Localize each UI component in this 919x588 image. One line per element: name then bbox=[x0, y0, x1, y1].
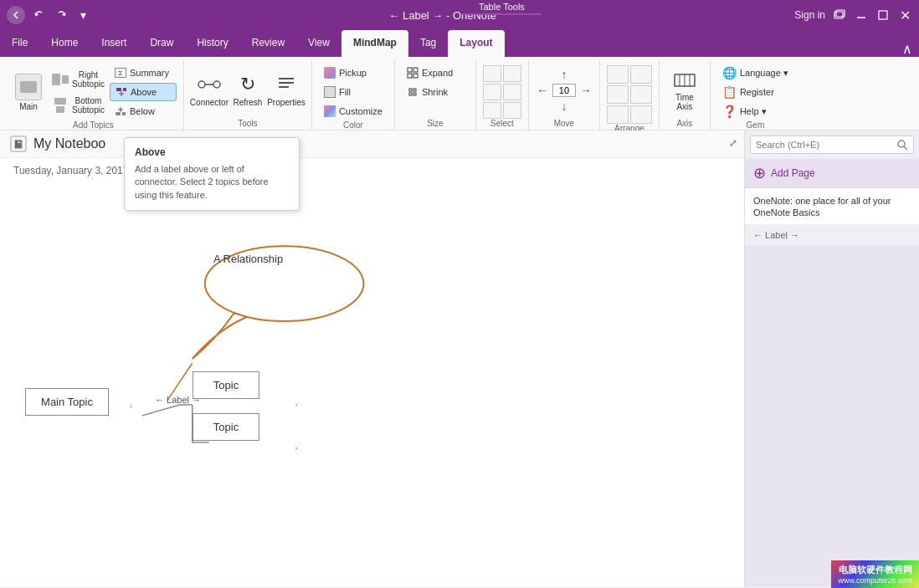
tab-home[interactable]: Home bbox=[39, 30, 90, 57]
topic-node-2[interactable]: Topic bbox=[193, 413, 259, 441]
arrange-grid bbox=[607, 64, 652, 124]
tab-layout[interactable]: Layout bbox=[448, 30, 504, 57]
above-icon bbox=[116, 87, 127, 97]
svg-rect-24 bbox=[409, 93, 412, 95]
connector-icon bbox=[196, 71, 223, 98]
svg-rect-19 bbox=[413, 68, 418, 72]
select-btn-5[interactable] bbox=[483, 102, 501, 119]
minimize-button[interactable] bbox=[854, 8, 869, 23]
main-icon-shape bbox=[20, 81, 37, 93]
expand-icon bbox=[407, 67, 418, 79]
arrange-btn-3[interactable] bbox=[607, 85, 629, 104]
help-button[interactable]: ❓ Help ▾ bbox=[717, 102, 793, 120]
move-down-button[interactable]: ↓ bbox=[560, 99, 567, 114]
color-buttons-column: Pickup Fill Customize bbox=[319, 64, 388, 120]
bubble-text: A Relationship bbox=[213, 253, 283, 265]
tab-draw[interactable]: Draw bbox=[138, 30, 185, 57]
refresh-button[interactable]: ↻ Refresh bbox=[229, 64, 266, 114]
canvas-area[interactable]: · · · · · · › › ‹ A Relationship ← Label… bbox=[0, 183, 744, 501]
sidebar-page-title: OneNote: one place for all of your bbox=[753, 195, 911, 207]
sidebar-label-item[interactable]: ← Label → bbox=[745, 225, 919, 245]
main-button[interactable]: Main bbox=[10, 67, 47, 117]
search-input[interactable] bbox=[756, 140, 896, 150]
svg-rect-21 bbox=[413, 74, 418, 78]
quick-access-button[interactable]: ▾ bbox=[75, 8, 90, 23]
svg-rect-5 bbox=[123, 88, 126, 91]
add-page-button[interactable]: ⊕ Add Page bbox=[745, 159, 919, 188]
ribbon-group-add-topics: Main RightSubtopic BottomSubtopic bbox=[3, 60, 184, 130]
summary-button[interactable]: Σ Summary bbox=[110, 64, 177, 82]
notebook-panel: 📓 My Noteboo ⤢ Tuesday, January 3, 2017 … bbox=[0, 130, 745, 587]
move-value-container: ↑ ↓ bbox=[552, 67, 576, 114]
expand-button[interactable]: Expand bbox=[402, 64, 469, 82]
above-button[interactable]: Above bbox=[110, 83, 177, 101]
language-button[interactable]: 🌐 Language ▾ bbox=[717, 64, 793, 82]
arrange-btn-4[interactable] bbox=[630, 85, 652, 104]
svg-line-44 bbox=[904, 146, 907, 150]
close-button[interactable]: ✕ bbox=[897, 8, 912, 23]
svg-rect-3 bbox=[879, 11, 887, 19]
register-button[interactable]: 📋 Register bbox=[717, 83, 793, 101]
arrange-btn-6[interactable] bbox=[630, 105, 652, 124]
tooltip-title: Above bbox=[135, 146, 289, 158]
connector-button[interactable]: Connector bbox=[191, 64, 228, 114]
bottom-subtopic-button[interactable]: BottomSubtopic bbox=[50, 93, 106, 118]
sidebar-page-item-1[interactable]: OneNote: one place for all of your OneNo… bbox=[745, 188, 919, 225]
svg-rect-18 bbox=[408, 68, 412, 72]
tab-mindmap[interactable]: MindMap bbox=[341, 30, 408, 57]
right-sidebar: ⊕ Add Page OneNote: one place for all of… bbox=[745, 130, 919, 587]
properties-button[interactable]: Properties bbox=[268, 64, 305, 114]
svg-rect-9 bbox=[122, 112, 126, 115]
signin-button[interactable]: Sign in bbox=[794, 9, 825, 21]
arrange-btn-5[interactable] bbox=[607, 105, 629, 124]
below-button[interactable]: Below bbox=[110, 102, 177, 120]
select-label: Select bbox=[490, 119, 514, 130]
tab-review[interactable]: Review bbox=[240, 30, 296, 57]
select-btn-2[interactable] bbox=[503, 65, 521, 82]
tooltip-text: Add a label above or left of connector. … bbox=[135, 163, 289, 202]
maximize-toggle-button[interactable] bbox=[832, 8, 847, 23]
restore-button[interactable] bbox=[875, 8, 891, 23]
arrange-btn-2[interactable] bbox=[630, 65, 652, 84]
tab-file[interactable]: File bbox=[0, 30, 39, 57]
select-btn-3[interactable] bbox=[483, 84, 501, 100]
fill-button[interactable]: Fill bbox=[319, 83, 388, 101]
select-btn-4[interactable] bbox=[503, 84, 521, 100]
ribbon-collapse-button[interactable]: ∧ bbox=[896, 41, 919, 57]
redo-button[interactable] bbox=[54, 8, 69, 23]
customize-button[interactable]: Customize bbox=[319, 102, 388, 120]
tab-tag[interactable]: Tag bbox=[408, 30, 448, 57]
topic-node-1[interactable]: Topic bbox=[193, 371, 259, 399]
tab-view[interactable]: View bbox=[296, 30, 341, 57]
right-subtopic-icon bbox=[52, 72, 69, 87]
gem-buttons-column: 🌐 Language ▾ 📋 Register ❓ Help ▾ bbox=[717, 64, 793, 120]
move-up-button[interactable]: ↑ bbox=[560, 67, 567, 82]
properties-icon bbox=[273, 71, 300, 98]
undo-button[interactable] bbox=[32, 8, 47, 23]
move-left-button[interactable]: ← bbox=[536, 83, 549, 98]
ribbon-group-arrange: Arrange bbox=[600, 60, 660, 130]
summary-icon: Σ bbox=[115, 68, 126, 78]
svg-rect-20 bbox=[408, 74, 412, 78]
shrink-button[interactable]: Shrink bbox=[402, 83, 469, 101]
time-axis-button[interactable]: Time Axis bbox=[666, 64, 703, 114]
svg-rect-16 bbox=[279, 82, 294, 84]
arrange-btn-1[interactable] bbox=[607, 65, 629, 84]
right-subtopic-button[interactable]: RightSubtopic bbox=[50, 67, 106, 92]
expand-button[interactable]: ⤢ bbox=[729, 137, 737, 149]
select-btn-6[interactable] bbox=[503, 102, 521, 119]
move-value-input[interactable] bbox=[552, 84, 576, 97]
time-axis-icon bbox=[671, 66, 698, 93]
sidebar-search[interactable] bbox=[750, 135, 914, 154]
move-right-button[interactable]: → bbox=[579, 83, 593, 98]
below-icon bbox=[115, 106, 126, 116]
tab-insert[interactable]: Insert bbox=[90, 30, 138, 57]
tab-history[interactable]: History bbox=[185, 30, 239, 57]
title-bar: ▾ Table Tools ← Label → - OneNote Sign i… bbox=[0, 0, 919, 30]
pickup-button[interactable]: Pickup bbox=[319, 64, 388, 82]
page-date: Tuesday, January 3, 2017 bbox=[13, 165, 128, 176]
select-btn-1[interactable] bbox=[483, 65, 501, 82]
main-topic-node[interactable]: Main Topic bbox=[25, 388, 109, 416]
back-button[interactable] bbox=[7, 6, 25, 24]
svg-line-32 bbox=[142, 405, 180, 416]
